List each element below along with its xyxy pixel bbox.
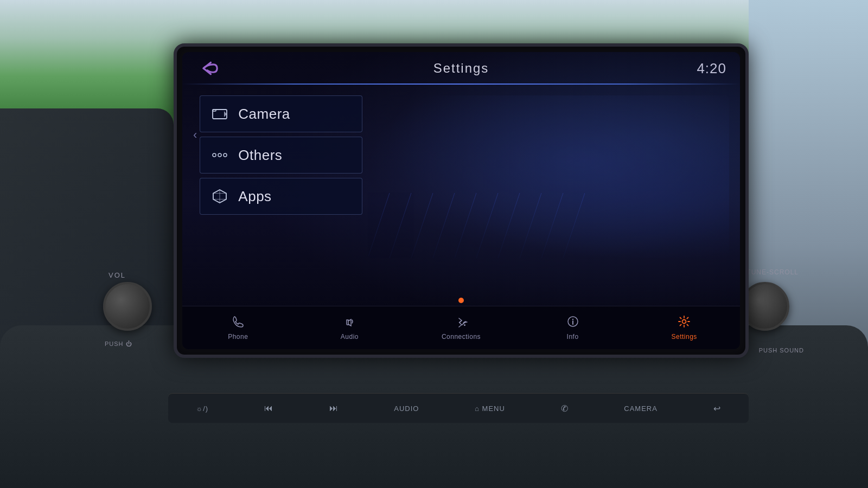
screen-bezel: Settings 4:20 ‹: [174, 43, 749, 358]
nav-audio[interactable]: Audio: [328, 316, 371, 341]
top-bar: Settings 4:20: [182, 52, 740, 85]
svg-point-21: [572, 318, 573, 319]
camera-label: Camera: [238, 106, 290, 123]
camera-hw-btn[interactable]: CAMERA: [617, 400, 664, 417]
back-hw-btn[interactable]: ↩: [707, 399, 727, 418]
menu-item-camera[interactable]: Camera: [200, 95, 362, 132]
others-label: Others: [238, 147, 282, 164]
right-visual-area: [368, 95, 729, 258]
audio-hw-btn[interactable]: AUDIO: [387, 400, 425, 417]
nav-connections[interactable]: Connections: [439, 316, 483, 341]
camera-icon: [211, 108, 228, 120]
svg-point-5: [224, 153, 227, 157]
screen-title: Settings: [433, 61, 489, 76]
svg-point-4: [218, 153, 221, 157]
menu-item-others[interactable]: Others: [200, 137, 362, 174]
hardware-buttons: ☼/) ⏮ ⏭ AUDIO ⌂ MENU ✆ CAMERA ↩: [168, 393, 749, 423]
back-button[interactable]: [196, 56, 220, 81]
info-nav-label: Info: [567, 333, 579, 341]
nav-phone[interactable]: Phone: [216, 316, 260, 341]
audio-nav-label: Audio: [341, 333, 359, 341]
connections-nav-label: Connections: [442, 333, 481, 341]
vol-knob[interactable]: [103, 282, 152, 331]
main-content: ‹ Camera: [182, 87, 740, 306]
bottom-nav: Phone Audio: [182, 306, 740, 349]
settings-nav-label: Settings: [671, 333, 697, 341]
phone-nav-label: Phone: [228, 333, 248, 341]
svg-point-23: [682, 319, 686, 323]
svg-point-3: [213, 153, 216, 157]
screen-display: Settings 4:20 ‹: [182, 52, 740, 349]
push-label: PUSH ⏻: [105, 341, 132, 347]
tune-label: TUNE-SCROLL: [746, 268, 799, 276]
nav-settings[interactable]: Settings: [662, 316, 706, 341]
apps-icon: [211, 189, 228, 203]
menu-list: Camera Others: [200, 95, 362, 215]
connections-icon: [454, 316, 468, 331]
scroll-left-arrow[interactable]: ‹: [193, 128, 197, 142]
phone-icon: [232, 316, 244, 331]
next-btn[interactable]: ⏭: [323, 399, 345, 418]
prev-btn[interactable]: ⏮: [258, 399, 280, 418]
info-icon: [567, 316, 579, 331]
settings-icon: [678, 316, 690, 331]
back-icon: [199, 59, 218, 78]
apps-label: Apps: [238, 188, 271, 205]
nav-info[interactable]: Info: [551, 316, 595, 341]
svg-point-19: [464, 324, 465, 326]
push-sound-label: PUSH SOUND: [759, 347, 804, 354]
time-display: 4:20: [697, 60, 726, 77]
menu-item-apps[interactable]: Apps: [200, 178, 362, 215]
brightness-btn[interactable]: ☼/): [189, 400, 215, 417]
audio-icon: [343, 316, 355, 331]
vol-label: VOL: [108, 271, 126, 279]
menu-hw-btn[interactable]: ⌂ MENU: [468, 400, 512, 417]
others-icon: [211, 152, 228, 158]
phone-hw-btn[interactable]: ✆: [554, 399, 575, 418]
